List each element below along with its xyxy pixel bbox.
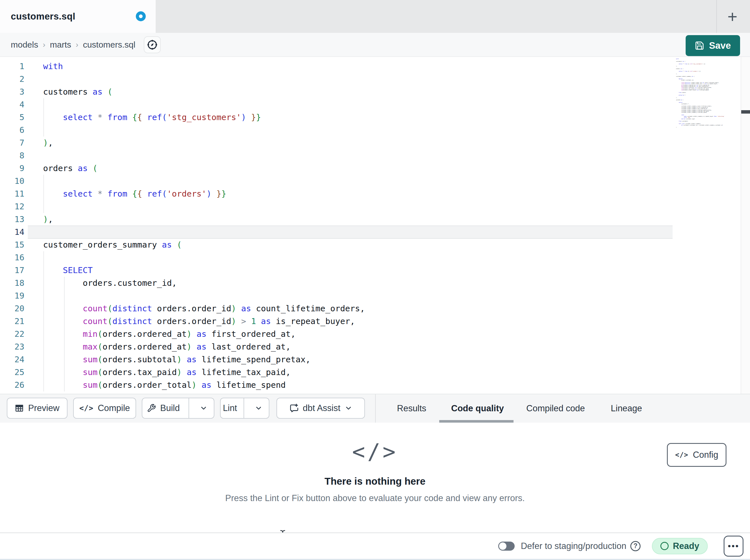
- line-number: 26: [0, 379, 24, 392]
- lint-dropdown-button[interactable]: [249, 398, 269, 418]
- code-line-17[interactable]: 17 SELECT: [0, 264, 741, 277]
- code-text: sum(orders.order_total) as lifetime_spen…: [43, 379, 286, 392]
- breadcrumb-marts[interactable]: marts: [50, 40, 71, 49]
- lint-main-button[interactable]: Lint: [221, 398, 239, 418]
- code-text: customer_orders_summary as (: [43, 238, 182, 251]
- code-line-14[interactable]: 14: [0, 226, 741, 238]
- line-number: 18: [0, 277, 24, 290]
- code-line-3[interactable]: 3customers as (: [0, 86, 741, 98]
- tab-customers-sql[interactable]: customers.sql: [0, 0, 156, 33]
- save-floppy-icon: [695, 41, 704, 50]
- help-icon[interactable]: ?: [630, 541, 640, 551]
- line-number: 22: [0, 328, 24, 340]
- line-number: 1: [0, 60, 24, 73]
- line-number: 6: [0, 124, 24, 137]
- code-text: with: [43, 60, 63, 73]
- code-line-24[interactable]: 24 sum(orders.subtotal) as lifetime_spen…: [0, 353, 741, 366]
- split-divider: [189, 398, 189, 418]
- code-line-6[interactable]: 6: [0, 124, 741, 137]
- code-quality-panel: </> Config </> There is nothing here Pre…: [0, 422, 750, 533]
- status-badge-ready: Ready: [652, 538, 708, 554]
- code-line-25[interactable]: 25 sum(orders.tax_paid) as lifetime_tax_…: [0, 366, 741, 379]
- tab-code-quality[interactable]: Code quality: [451, 394, 504, 422]
- code-line-12[interactable]: 12: [0, 200, 741, 213]
- chevron-down-icon: [200, 404, 208, 412]
- chevron-down-icon: [344, 404, 353, 412]
- model-compass-button[interactable]: [144, 36, 161, 53]
- line-number: 10: [0, 175, 24, 188]
- editor-scrollbar[interactable]: [741, 57, 750, 394]
- defer-toggle[interactable]: [498, 542, 515, 551]
- code-text: ),: [43, 213, 53, 226]
- code-text: sum(orders.subtotal) as lifetime_spend_p…: [43, 353, 311, 366]
- ready-label: Ready: [673, 541, 699, 551]
- tab-lineage[interactable]: Lineage: [611, 394, 642, 422]
- code-line-8[interactable]: 8: [0, 149, 741, 162]
- breadcrumb-customers-sql[interactable]: customers.sql: [83, 40, 135, 49]
- code-text: ),: [43, 137, 53, 149]
- code-line-11[interactable]: 11 select * from {{ ref('orders') }}: [0, 188, 741, 200]
- code-line-18[interactable]: 18 orders.customer_id,: [0, 277, 741, 290]
- assist-chat-sparkle-icon: [289, 403, 299, 413]
- save-button[interactable]: Save: [686, 35, 740, 56]
- editor-tab-bar: customers.sql +: [0, 0, 750, 33]
- code-line-1[interactable]: 1with: [0, 60, 741, 73]
- line-number: 12: [0, 200, 24, 213]
- build-split-button[interactable]: Build: [142, 398, 214, 419]
- editor-minimap[interactable]: with customers as ( select * from {{ ref…: [676, 58, 740, 128]
- line-number: 15: [0, 238, 24, 251]
- code-line-2[interactable]: 2: [0, 73, 741, 86]
- breadcrumb-models[interactable]: models: [11, 40, 38, 49]
- overflow-menu-button[interactable]: •••: [724, 536, 744, 557]
- tab-compiled-code[interactable]: Compiled code: [526, 394, 585, 422]
- action-toolbar: Preview </> Compile Build Lint: [0, 394, 750, 422]
- code-line-15[interactable]: 15customer_orders_summary as (: [0, 238, 741, 251]
- compass-icon: [146, 39, 158, 51]
- code-line-10[interactable]: 10: [0, 175, 741, 188]
- save-label: Save: [709, 40, 731, 51]
- code-line-22[interactable]: 22 min(orders.ordered_at) as first_order…: [0, 328, 741, 340]
- breadcrumb-row: models › marts › customers.sql: [0, 33, 750, 57]
- code-text: count(distinct orders.order_id) > 1 as i…: [43, 315, 355, 328]
- code-line-23[interactable]: 23 max(orders.ordered_at) as last_ordere…: [0, 340, 741, 353]
- new-tab-button[interactable]: +: [721, 4, 744, 28]
- breadcrumb-separator: ›: [43, 40, 45, 49]
- line-number: 3: [0, 86, 24, 98]
- compile-label: Compile: [98, 403, 130, 413]
- code-brackets-icon: </>: [0, 439, 750, 464]
- line-number: 25: [0, 366, 24, 379]
- code-line-16[interactable]: 16: [0, 251, 741, 264]
- code-line-7[interactable]: 7),: [0, 137, 741, 149]
- code-text: customers as (: [43, 86, 112, 98]
- line-number: 16: [0, 251, 24, 264]
- toolbar-divider: [375, 394, 376, 422]
- build-main-button[interactable]: Build: [142, 398, 184, 418]
- build-label: Build: [160, 403, 180, 413]
- code-line-13[interactable]: 13),: [0, 213, 741, 226]
- table-icon: [15, 403, 24, 413]
- build-dropdown-button[interactable]: [193, 398, 214, 418]
- scrollbar-marker: [741, 110, 750, 113]
- line-number: 21: [0, 315, 24, 328]
- code-line-5[interactable]: 5 select * from {{ ref('stg_customers') …: [0, 111, 741, 124]
- line-number: 7: [0, 137, 24, 149]
- code-line-9[interactable]: 9orders as (: [0, 162, 741, 175]
- code-text: select * from {{ ref('orders') }}: [43, 188, 226, 200]
- code-line-21[interactable]: 21 count(distinct orders.order_id) > 1 a…: [0, 315, 741, 328]
- code-line-20[interactable]: 20 count(distinct orders.order_id) as co…: [0, 302, 741, 315]
- tab-results[interactable]: Results: [397, 394, 426, 422]
- code-line-4[interactable]: 4: [0, 98, 741, 111]
- split-divider: [243, 398, 244, 418]
- preview-button[interactable]: Preview: [7, 398, 67, 419]
- code-editor[interactable]: 1with23customers as (45 select * from {{…: [0, 57, 741, 394]
- line-number: 19: [0, 290, 24, 302]
- breadcrumb-separator: ›: [76, 40, 78, 49]
- lint-split-button[interactable]: Lint: [220, 398, 269, 419]
- code-line-26[interactable]: 26 sum(orders.order_total) as lifetime_s…: [0, 379, 741, 392]
- code-line-19[interactable]: 19: [0, 290, 741, 302]
- status-bar: Defer to staging/production ? Ready •••: [0, 533, 750, 560]
- line-number: 20: [0, 302, 24, 315]
- dbt-assist-button[interactable]: dbt Assist: [276, 398, 365, 419]
- compile-button[interactable]: </> Compile: [73, 398, 136, 419]
- line-number: 13: [0, 213, 24, 226]
